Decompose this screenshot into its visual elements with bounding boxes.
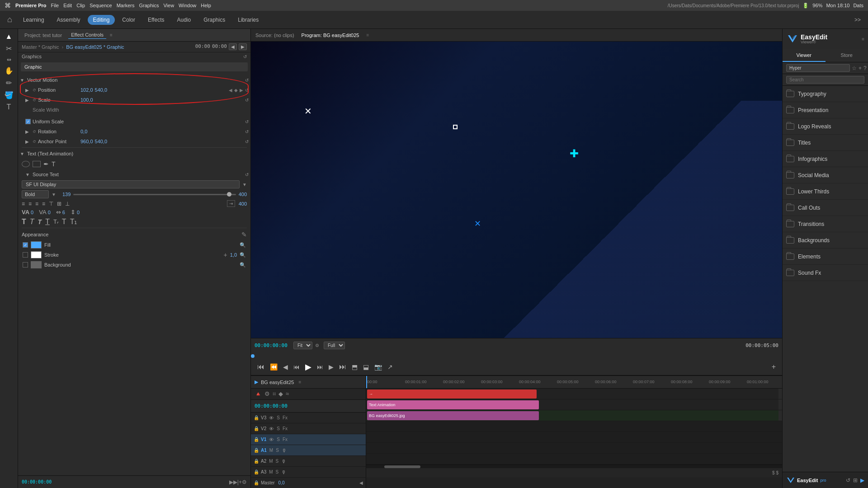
cat-social-media[interactable]: Social Media — [783, 167, 868, 183]
tl-marker[interactable]: ◆ — [278, 390, 283, 398]
menu-color[interactable]: Color — [117, 15, 141, 25]
clip-v1[interactable]: BG easyEdit025.jpg — [367, 411, 539, 420]
vm-toggle[interactable]: ▼ — [20, 78, 25, 83]
ripple-tool[interactable]: ⇔ — [7, 56, 11, 63]
cat-backgrounds[interactable]: Backgrounds — [783, 232, 868, 249]
us-reset-btn[interactable]: ↺ — [245, 119, 249, 124]
tab-stops-icon[interactable]: ⇥ — [227, 200, 235, 207]
v3-fx[interactable]: Fx — [283, 415, 288, 420]
fill-color-swatch[interactable] — [31, 241, 42, 249]
apple-icon[interactable]: ⌘ — [5, 2, 11, 9]
align-justify[interactable]: ≡ — [42, 201, 45, 207]
ep-panel-menu[interactable]: ≡ — [862, 37, 864, 42]
cat-transitions[interactable]: Transitions — [783, 216, 868, 232]
fill-eyedropper[interactable]: 🔍 — [240, 242, 246, 248]
ap-y[interactable]: 540,0 — [95, 139, 108, 144]
cat-elements[interactable]: Elements — [783, 249, 868, 265]
small-caps-icon[interactable]: Tᵣ — [53, 218, 58, 225]
position-row[interactable]: ▶ ⏱ Position 102,0 540,0 ◀ ◆ ▶ ↺ — [18, 85, 250, 95]
hscroll-thumb[interactable] — [384, 465, 420, 468]
a2-mic[interactable]: 🎙 — [281, 459, 286, 464]
appearance-tool-icon[interactable]: ✎ — [241, 231, 247, 238]
vm-reset-btn[interactable]: ↺ — [245, 78, 249, 83]
pos-nav-left[interactable]: ◀ — [229, 88, 232, 93]
pos-reset-btn[interactable]: ↺ — [245, 88, 249, 93]
menu-file[interactable]: File — [51, 3, 59, 8]
a3-mic[interactable]: 🎙 — [281, 469, 286, 475]
panel-play-btn[interactable]: ▶ — [229, 479, 233, 485]
tab-project[interactable]: Project: text tutor — [22, 32, 65, 39]
rot-value[interactable]: 0,0 — [80, 129, 87, 134]
align-top[interactable]: ⊤ — [49, 201, 53, 207]
font-size-slider[interactable] — [73, 194, 236, 195]
quality-select[interactable]: Full — [324, 342, 345, 349]
program-tab[interactable]: Program: BG easyEdit025 — [302, 33, 359, 38]
master-lock[interactable]: 🔒 — [254, 480, 259, 485]
font-dropdown-icon[interactable]: ▼ — [242, 182, 247, 187]
ap-toggle[interactable]: ▶ — [25, 139, 31, 144]
va-value[interactable]: 0 — [31, 210, 33, 215]
cat-sound-fx[interactable]: Sound Fx — [783, 265, 868, 281]
a1-mic[interactable]: 🎙 — [282, 448, 287, 453]
go-start-btn[interactable]: ⏮ — [292, 362, 301, 371]
star-icon[interactable]: ☆ — [852, 65, 857, 71]
tracking-value[interactable]: 6 — [62, 210, 65, 215]
uniform-scale-checkbox[interactable]: ✓ — [25, 119, 31, 124]
rot-toggle[interactable]: ▶ — [25, 129, 31, 134]
camera-btn[interactable]: 📷 — [373, 362, 383, 371]
monitor-timecode[interactable]: 00:00:00:00 — [255, 343, 291, 348]
align-left[interactable]: ≡ — [22, 201, 25, 207]
settings-icon[interactable]: ⚙ — [315, 343, 319, 348]
st-toggle[interactable]: ▼ — [25, 172, 31, 177]
bg-color-swatch[interactable] — [31, 261, 42, 268]
menu-edit[interactable]: Edit — [63, 3, 72, 8]
menu-editing[interactable]: Editing — [88, 15, 115, 25]
cat-infographics[interactable]: Infographics — [783, 151, 868, 167]
ep-search-input[interactable] — [786, 64, 850, 72]
st-reset-btn[interactable]: ↺ — [245, 172, 249, 177]
italic-icon[interactable]: T — [30, 218, 34, 226]
bg-eyedropper[interactable]: 🔍 — [240, 262, 246, 268]
tl-snap[interactable]: ⌗ — [273, 390, 276, 398]
play-back-btn[interactable]: ◀ — [282, 362, 289, 371]
scale-stopwatch[interactable]: ⏱ — [33, 98, 36, 102]
rot-stopwatch[interactable]: ⏱ — [33, 130, 36, 134]
scrubber-playhead[interactable] — [251, 354, 255, 358]
v2-eye[interactable]: 👁 — [269, 426, 274, 432]
fw-dropdown[interactable]: ▼ — [52, 192, 56, 197]
menu-audio[interactable]: Audio — [171, 15, 196, 25]
overwrite-btn[interactable]: ⬓ — [362, 362, 370, 371]
menu-graphics-ws[interactable]: Graphics — [198, 15, 231, 25]
pen-text-tool[interactable]: ✒ — [43, 160, 49, 168]
reset-graphics-btn[interactable]: ↺ — [243, 54, 247, 59]
v3-solo[interactable]: S — [277, 415, 280, 420]
rect-tool[interactable] — [33, 161, 41, 167]
menu-effects[interactable]: Effects — [142, 15, 170, 25]
tl-sequence[interactable]: ≈ — [286, 390, 289, 398]
pos-nav-right[interactable]: ▶ — [240, 88, 243, 93]
ep-grid-icon[interactable]: ⊞ — [853, 477, 858, 483]
align-center[interactable]: ≡ — [28, 201, 32, 207]
text-type-tool[interactable]: T — [52, 160, 56, 168]
a3-lock[interactable]: 🔒 — [254, 469, 259, 474]
ap-reset-btn[interactable]: ↺ — [245, 139, 249, 144]
panel-options-btn[interactable]: ⚙ — [242, 479, 247, 485]
tl-settings[interactable]: ⚙ — [264, 390, 270, 398]
a1-m[interactable]: M — [269, 448, 273, 453]
v1-lock[interactable]: 🔒 — [254, 437, 259, 442]
go-end-btn[interactable]: ⏭ — [316, 362, 324, 371]
pos-stopwatch[interactable]: ⏱ — [33, 88, 36, 92]
ap-stopwatch[interactable]: ⏱ — [33, 140, 36, 144]
ellipse-tool[interactable] — [22, 161, 30, 167]
stroke-eyedropper[interactable]: 🔍 — [240, 252, 246, 258]
a1-lock[interactable]: 🔒 — [254, 448, 259, 453]
stroke-checkbox[interactable] — [23, 252, 28, 258]
menu-libraries[interactable]: Libraries — [232, 15, 264, 25]
fill-checkbox[interactable]: ✓ — [23, 242, 28, 248]
play-btn[interactable]: ▶ — [304, 361, 312, 373]
a2-m[interactable]: M — [269, 459, 273, 464]
master-collapse[interactable]: ◀ — [359, 480, 363, 485]
menu-window[interactable]: Window — [179, 3, 196, 8]
align-middle[interactable]: ⊞ — [57, 201, 61, 207]
fit-select[interactable]: Fit — [293, 342, 312, 349]
